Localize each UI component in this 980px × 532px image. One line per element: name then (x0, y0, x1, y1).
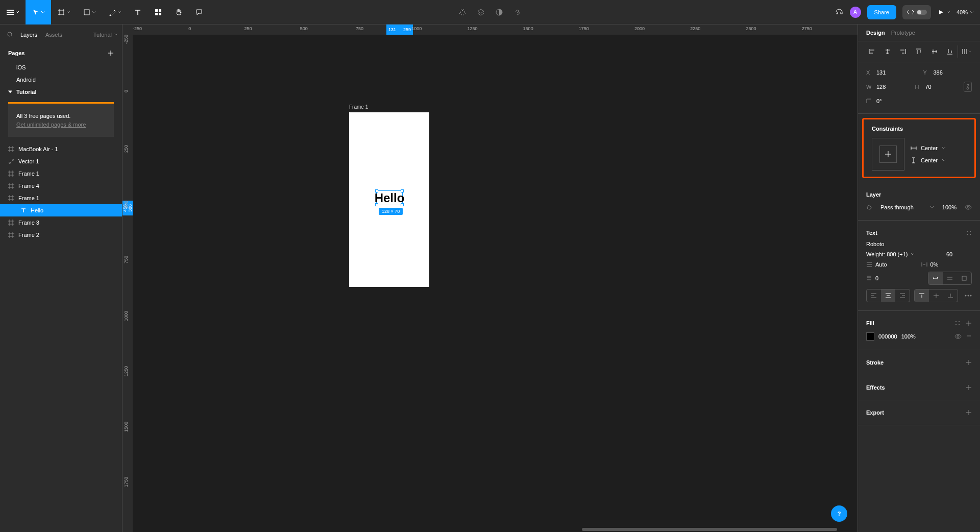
main-menu-button[interactable] (0, 0, 26, 25)
add-page-button[interactable] (108, 50, 114, 56)
assets-tab[interactable]: Assets (41, 29, 66, 41)
blend-mode-select[interactable]: Pass through (880, 204, 922, 210)
frame-label[interactable]: Frame 1 (349, 104, 368, 110)
w-input[interactable]: 128 (876, 84, 886, 90)
align-right-button[interactable] (895, 45, 911, 58)
text-resize-segmented[interactable] (928, 272, 972, 285)
create-link-button[interactable] (513, 8, 522, 16)
prototype-tab[interactable]: Prototype (891, 30, 915, 36)
text-tool-button[interactable] (128, 0, 148, 25)
constrain-proportions-icon[interactable] (964, 82, 972, 92)
create-component-button[interactable] (458, 8, 467, 16)
page-tutorial[interactable]: Tutorial (0, 86, 122, 98)
resources-button[interactable] (148, 0, 168, 25)
svg-point-16 (970, 234, 971, 235)
svg-rect-0 (7, 10, 14, 11)
add-export-button[interactable] (966, 409, 972, 416)
type-settings-button[interactable] (965, 295, 972, 297)
pen-tool-button[interactable] (102, 0, 128, 25)
present-button[interactable] (937, 9, 950, 16)
audio-icon[interactable] (835, 8, 844, 17)
align-text-center-button[interactable] (881, 289, 895, 302)
remove-fill-button[interactable] (966, 333, 972, 340)
layer-frame-3[interactable]: Frame 3 (0, 216, 122, 229)
move-tool-button[interactable] (26, 0, 51, 25)
letter-spacing-input[interactable]: 0% (930, 261, 939, 268)
align-text-top-button[interactable] (915, 289, 929, 302)
align-text-bottom-button[interactable] (943, 289, 958, 302)
font-family-select[interactable]: Roboto (866, 241, 972, 247)
fill-opacity-input[interactable]: 100% (901, 333, 916, 340)
search-icon[interactable] (4, 29, 16, 41)
fill-hex-input[interactable]: 000000 (878, 333, 897, 340)
layer-opacity-input[interactable]: 100% (942, 204, 957, 210)
svg-point-15 (967, 234, 968, 235)
font-size-input[interactable]: 60 (946, 251, 952, 257)
layer-hello[interactable]: Hello (0, 204, 122, 216)
page-android[interactable]: Android (0, 74, 122, 86)
svg-rect-7 (159, 13, 161, 15)
align-text-right-button[interactable] (895, 289, 910, 302)
use-as-mask-button[interactable] (477, 8, 485, 16)
layer-frame-2[interactable]: Frame 2 (0, 229, 122, 241)
rotation-input[interactable]: 0° (876, 98, 882, 104)
frame-tool-button[interactable] (51, 0, 77, 25)
add-fill-button[interactable] (966, 320, 972, 326)
text-align-v-segmented[interactable] (914, 289, 958, 302)
fill-swatch[interactable] (866, 332, 874, 341)
page-ios[interactable]: iOS (0, 61, 122, 74)
constraint-v-select[interactable]: Center (911, 157, 946, 163)
constraints-widget[interactable] (872, 138, 904, 171)
visibility-icon[interactable] (965, 204, 972, 211)
canvas[interactable]: 131259 -25002505007501000125015001750200… (122, 25, 857, 532)
boolean-ops-button[interactable] (495, 8, 503, 16)
upgrade-link[interactable]: Get unlimited pages & more (16, 122, 86, 128)
h-input[interactable]: 70 (925, 84, 932, 90)
share-button[interactable]: Share (867, 5, 896, 19)
fill-style-button[interactable] (954, 320, 961, 326)
x-input[interactable]: 131 (876, 69, 886, 76)
y-input[interactable]: 386 (934, 69, 943, 76)
fill-visibility-icon[interactable] (954, 333, 962, 340)
distribute-button[interactable] (958, 45, 974, 58)
layer-vector-1[interactable]: Vector 1 (0, 155, 122, 167)
layer-macbook-air---1[interactable]: MacBook Air - 1 (0, 143, 122, 155)
font-weight-select[interactable]: Weight: 800 (+1) (866, 251, 908, 257)
svg-point-14 (970, 231, 971, 232)
layer-frame-1[interactable]: Frame 1 (0, 192, 122, 204)
text-object-hello[interactable]: Hello (376, 190, 403, 205)
svg-point-23 (955, 324, 957, 325)
auto-height-button[interactable] (943, 272, 957, 284)
design-tab[interactable]: Design (866, 30, 885, 36)
align-top-button[interactable] (911, 45, 927, 58)
align-hcenter-button[interactable] (880, 45, 896, 58)
fixed-size-button[interactable] (957, 272, 971, 284)
add-stroke-button[interactable] (966, 359, 972, 366)
text-align-h-segmented[interactable] (866, 289, 910, 302)
align-text-left-button[interactable] (867, 289, 881, 302)
hand-tool-button[interactable] (168, 0, 189, 25)
h-scrollbar[interactable] (133, 527, 857, 532)
text-style-button[interactable] (966, 230, 972, 236)
user-avatar[interactable]: A (850, 7, 861, 18)
add-effect-button[interactable] (966, 384, 972, 391)
paragraph-spacing-input[interactable]: 0 (875, 275, 878, 281)
align-bottom-button[interactable] (942, 45, 958, 58)
help-button[interactable]: ? (831, 505, 847, 522)
align-vcenter-button[interactable] (926, 45, 942, 58)
auto-width-button[interactable] (928, 272, 943, 284)
pages-label: Pages (8, 50, 24, 56)
dev-mode-toggle[interactable] (902, 5, 931, 19)
layers-tab[interactable]: Layers (16, 29, 41, 41)
line-height-input[interactable]: Auto (875, 261, 887, 268)
zoom-control[interactable]: 40% (957, 9, 974, 15)
horizontal-icon (911, 145, 917, 151)
page-selector[interactable]: Tutorial (93, 32, 118, 38)
constraint-h-select[interactable]: Center (911, 145, 946, 151)
align-text-middle-button[interactable] (929, 289, 943, 302)
shape-tool-button[interactable] (77, 0, 102, 25)
layer-frame-4[interactable]: Frame 4 (0, 180, 122, 192)
layer-frame-1[interactable]: Frame 1 (0, 167, 122, 180)
align-left-button[interactable] (864, 45, 880, 58)
comment-tool-button[interactable] (189, 0, 209, 25)
